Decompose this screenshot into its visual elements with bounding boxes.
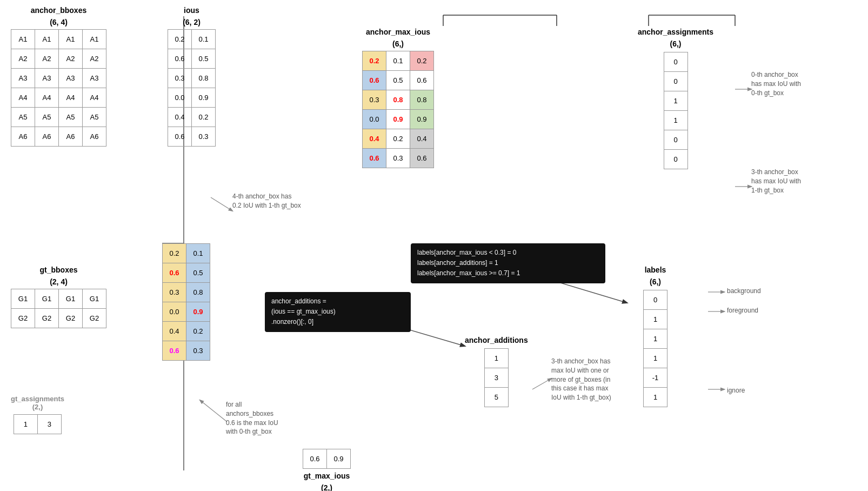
labels-cell: 0	[644, 290, 667, 310]
anchor-max-ious-cell: 0.6	[363, 71, 386, 90]
anchor-assignments-title: anchor_assignments	[638, 27, 713, 37]
ious-cell: 0.8	[192, 69, 216, 88]
anchor-bboxes-cell: A5	[35, 108, 59, 127]
gt-max-ious-table: 0.6 0.9	[303, 449, 351, 469]
anchor-assignments-cell: 0	[664, 52, 687, 72]
anchor-bboxes-shape: (6, 4)	[11, 17, 106, 27]
ious-table: 0.20.10.60.50.30.80.00.90.40.20.60.3	[168, 29, 216, 147]
anchor-additions-table: 135	[484, 348, 509, 407]
ious-cell: 0.2	[192, 108, 216, 127]
gt-max-ious-block: 0.6 0.9 gt_max_ious (2,)	[303, 449, 351, 491]
anchor-max-ious-cell: 0.3	[363, 90, 386, 110]
anchor-bboxes-cell: A1	[11, 30, 35, 49]
anchor-bboxes-cell: A1	[35, 30, 59, 49]
labels-formula-text: labels[anchor_max_ious < 0.3] = 0 labels…	[417, 249, 520, 277]
anchor-max-ious-cell: 0.6	[363, 149, 386, 168]
anchor-bboxes-cell: A3	[59, 69, 83, 88]
anchor-assignments-cell: 0	[664, 150, 687, 169]
ious-cell: 0.6	[168, 127, 192, 147]
anchor-max-ious-cell: 0.2	[410, 51, 434, 71]
anchor-bboxes-cell: A1	[59, 30, 83, 49]
anchor-assignments-cell: 0	[664, 130, 687, 150]
ious-colored-cell: 0.5	[186, 263, 210, 283]
anchor-bboxes-cell: A5	[83, 108, 106, 127]
anchor-additions-formula-text: anchor_additions = (ious == gt_max_ious)…	[271, 297, 336, 326]
gt-bboxes-cell: G1	[59, 289, 83, 309]
anchor-max-ious-cell: 0.0	[363, 110, 386, 129]
anchor-max-ious-shape: (6,)	[362, 39, 434, 49]
gt-assignments-table: 13	[14, 414, 62, 434]
anchor-bboxes-table: A1A1A1A1A2A2A2A2A3A3A3A3A4A4A4A4A5A5A5A5…	[11, 29, 106, 147]
anchor-bboxes-cell: A6	[59, 127, 83, 147]
labels-note-ignore: ignore	[727, 386, 745, 395]
labels-cell: 1	[644, 310, 667, 329]
labels-cell: -1	[644, 368, 667, 388]
anchor-bboxes-cell: A2	[59, 49, 83, 69]
ious-block: ious (6, 2) 0.20.10.60.50.30.80.00.90.40…	[168, 5, 216, 147]
labels-formula-box: labels[anchor_max_ious < 0.3] = 0 labels…	[411, 243, 605, 283]
gt-assignments-cell: 1	[14, 415, 37, 434]
gt-bboxes-table: G1G1G1G1G2G2G2G2	[11, 289, 106, 328]
ious-colored-cell: 0.0	[163, 302, 186, 322]
labels-note-background: background	[727, 287, 761, 296]
anchor-max-ious-cell: 0.8	[386, 90, 410, 110]
anchor-max-ious-cell: 0.6	[410, 149, 434, 168]
anchor-assignments-cell: 1	[664, 111, 687, 130]
gt-bboxes-block: gt_bboxes (2, 4) G1G1G1G1G2G2G2G2	[11, 265, 106, 328]
anchor-additions-cell: 1	[484, 349, 508, 368]
anchor-additions-title: anchor_additions	[465, 335, 528, 345]
gt-max-note: for allanchors_bboxes0.6 is the max IoUw…	[226, 400, 334, 436]
ious-cell: 0.3	[192, 127, 216, 147]
ious-cell: 0.5	[192, 49, 216, 69]
anchor-bboxes-cell: A2	[83, 49, 106, 69]
svg-line-2	[211, 197, 232, 211]
ious-colored-cell: 0.6	[163, 341, 186, 361]
labels-shape: (6,)	[643, 277, 667, 287]
anchor-max-ious-cell: 0.5	[386, 71, 410, 90]
ious-cell: 0.2	[168, 30, 192, 49]
gt-assignments-shape: (2,)	[11, 403, 64, 411]
gt-bboxes-cell: G2	[83, 309, 106, 328]
ious-colored-cell: 0.6	[163, 263, 186, 283]
anchor-max-ious-cell: 0.9	[410, 110, 434, 129]
anchor-max-ious-cell: 0.1	[386, 51, 410, 71]
gt-bboxes-shape: (2, 4)	[11, 277, 106, 287]
anchor-bboxes-cell: A2	[11, 49, 35, 69]
ious-colored-block: 0.20.10.60.50.30.80.00.90.40.20.60.3	[162, 243, 210, 361]
anchor-assignments-block: anchor_assignments (6,) 001100	[638, 27, 713, 169]
gt-max-ious-cell-1: 0.9	[327, 449, 351, 469]
ious-colored-cell: 0.2	[163, 244, 186, 263]
anchor-bboxes-cell: A4	[83, 88, 106, 108]
svg-line-5	[200, 400, 227, 422]
gt-max-ious-title: gt_max_ious	[303, 471, 351, 481]
ious-colored-cell: 0.9	[186, 302, 210, 322]
ious-cell: 0.1	[192, 30, 216, 49]
anchor-max-ious-cell: 0.4	[363, 129, 386, 149]
anchor-max-ious-cell: 0.4	[410, 129, 434, 149]
anchor-assignments-cell: 1	[664, 91, 687, 111]
anchor-max-ious-cell: 0.3	[386, 149, 410, 168]
anchor-assignments-note-0: 0-th anchor_boxhas max IoU with0-th gt_b…	[751, 70, 865, 97]
anchor-additions-formula-box: anchor_additions = (ious == gt_max_ious)…	[265, 292, 411, 332]
anchor-bboxes-cell: A5	[59, 108, 83, 127]
anchor-bboxes-cell: A4	[11, 88, 35, 108]
labels-title: labels	[643, 265, 667, 275]
anchor-additions-cell: 5	[484, 388, 508, 407]
gt-bboxes-cell: G1	[11, 289, 35, 309]
gt-max-ious-shape: (2,)	[303, 483, 351, 491]
anchor-additions-cell: 3	[484, 368, 508, 388]
ious-cell: 0.6	[168, 49, 192, 69]
anchor-max-ious-cell: 0.2	[363, 51, 386, 71]
anchor-max-ious-cell: 0.2	[386, 129, 410, 149]
ious-colored-cell: 0.3	[163, 283, 186, 302]
ious-colored-cell: 0.3	[186, 341, 210, 361]
anchor-max-ious-title: anchor_max_ious	[362, 27, 434, 37]
anchor-bboxes-cell: A4	[35, 88, 59, 108]
gt-bboxes-cell: G1	[35, 289, 59, 309]
anchor-max-ious-cell: 0.9	[386, 110, 410, 129]
ious-shape: (6, 2)	[168, 17, 216, 27]
svg-line-17	[532, 379, 551, 389]
anchor-bboxes-cell: A3	[83, 69, 106, 88]
anchor-bboxes-cell: A1	[83, 30, 106, 49]
gt-bboxes-cell: G2	[59, 309, 83, 328]
